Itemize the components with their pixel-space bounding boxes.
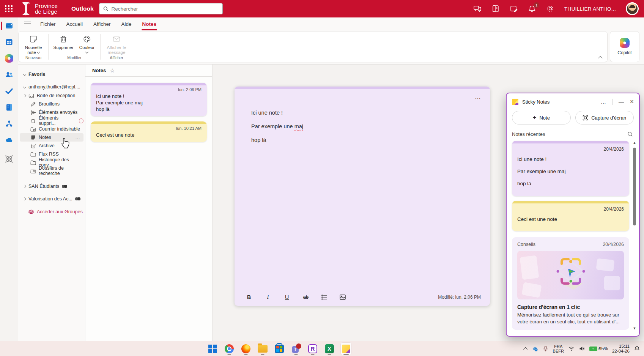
sticky-note-card[interactable]: 20/4/2026 Ceci est une note (512, 201, 629, 231)
rail-org-icon[interactable] (2, 118, 17, 129)
tips-card[interactable]: Conseils 20/4/2026 (512, 237, 629, 330)
start-button[interactable] (207, 342, 218, 355)
tab-afficher[interactable]: Afficher (88, 19, 116, 30)
scroll-down-icon[interactable]: ▼ (632, 326, 637, 330)
ribbon-tab-bar: Fichier Accueil Afficher Aide Notes (0, 17, 644, 30)
scrollbar[interactable]: ▲ ▼ (632, 141, 637, 330)
favorite-star-icon[interactable]: ☆ (110, 67, 115, 74)
user-name[interactable]: THUILLIER ANTHO... (564, 6, 616, 12)
rail-people-icon[interactable] (2, 69, 17, 80)
clock[interactable]: 15:11 22-04-26 (612, 344, 630, 354)
folder-notes[interactable]: Notes … (20, 133, 83, 142)
note-list-item[interactable]: lun. 10:21 AM Ceci est une note (91, 121, 207, 142)
new-sticky-note-button[interactable]: + Note (512, 111, 571, 124)
volume-icon[interactable] (579, 345, 585, 352)
scroll-up-icon[interactable]: ▲ (632, 141, 637, 145)
sticky-menu-icon[interactable]: … (601, 99, 606, 104)
notes-pane-icon[interactable] (510, 5, 518, 13)
rail-onedrive-icon[interactable] (2, 135, 17, 145)
tab-notes[interactable]: Notes (137, 19, 162, 30)
chevron-down-icon (85, 50, 88, 54)
color-button[interactable]: Couleur (76, 34, 98, 55)
search-icon[interactable] (627, 131, 633, 137)
favorites-section[interactable]: Favoris (20, 70, 83, 79)
taskbar-sticky-notes[interactable] (340, 342, 352, 355)
note-color-strip (91, 83, 207, 85)
language-switcher[interactable]: FRA BEFR (553, 344, 564, 353)
sticky-actions: + Note Capture d'écran (507, 110, 639, 128)
sticky-titlebar[interactable]: Sticky Notes … — × (507, 93, 639, 110)
minimize-icon[interactable]: — (619, 99, 624, 104)
bullet-list-icon[interactable] (321, 294, 328, 301)
tray-expand-icon[interactable] (523, 347, 527, 351)
collapse-ribbon-icon[interactable] (598, 56, 602, 60)
taskbar-r-app[interactable]: R (307, 342, 318, 355)
group-valorisation[interactable]: Valorisation des Ac... (20, 194, 83, 203)
tab-fichier[interactable]: Fichier (35, 19, 61, 30)
taskbar-store[interactable] (274, 342, 285, 355)
folder-archive[interactable]: Archive (20, 142, 83, 150)
italic-button[interactable]: I (264, 294, 272, 300)
note-preview-line: Par exemple une maj (96, 99, 202, 106)
hamburger-menu-icon[interactable] (20, 22, 35, 27)
bold-button[interactable]: B (245, 294, 253, 300)
folder-deleted[interactable]: Éléments suppri... (20, 117, 83, 125)
search-input[interactable] (111, 6, 218, 12)
folder-inbox[interactable]: Boîte de réception (20, 91, 83, 100)
folder-drafts[interactable]: Brouillons (20, 100, 83, 108)
chevron-down-icon (23, 73, 26, 76)
wifi-icon[interactable] (568, 345, 575, 352)
underline-button[interactable]: U (283, 294, 291, 300)
user-avatar[interactable] (626, 2, 639, 15)
folder-junk[interactable]: Courrier indésirable (20, 125, 83, 133)
screen-capture-button[interactable]: Capture d'écran (575, 111, 634, 124)
rail-calendar-icon[interactable] (2, 37, 17, 47)
note-editor-content[interactable]: Ici une note ! Par exemple une maj hop l… (235, 89, 490, 144)
folder-more-icon[interactable]: … (75, 135, 80, 140)
note-editor[interactable]: … Ici une note ! Par exemple une maj hop… (235, 87, 490, 306)
rail-more-apps-icon[interactable] (5, 155, 13, 163)
notifications-bell-icon[interactable]: 1 (528, 5, 536, 13)
account-section[interactable]: anthony.thuillier@hepl.... (20, 82, 83, 91)
tab-aide[interactable]: Aide (116, 19, 137, 30)
note-time: lun. 2:06 PM (96, 87, 202, 92)
microphone-tray-icon[interactable] (542, 345, 549, 352)
app-launcher-button[interactable] (0, 0, 17, 17)
scrollbar-thumb[interactable] (633, 148, 636, 225)
notification-center-icon[interactable]: z (634, 345, 640, 352)
delete-note-button[interactable]: Supprimer (51, 34, 76, 55)
note-more-options-icon[interactable]: … (475, 93, 482, 100)
tab-accueil[interactable]: Accueil (61, 19, 88, 30)
folder-search-folders[interactable]: Dossiers de recherche (20, 167, 83, 175)
feedback-chat-icon[interactable] (473, 5, 482, 13)
settings-gear-icon[interactable] (546, 5, 554, 13)
strikethrough-button[interactable]: ab (302, 295, 310, 300)
avatar-image (627, 3, 638, 14)
taskbar-excel[interactable]: X (324, 342, 335, 355)
new-note-button[interactable]: Nouvelle note (21, 34, 46, 55)
taskbar-firefox[interactable] (240, 342, 252, 355)
copilot-button[interactable]: Copilot (610, 31, 639, 62)
rail-todo-icon[interactable] (2, 86, 17, 96)
sticky-note-icon (29, 35, 38, 44)
close-icon[interactable]: × (630, 99, 634, 104)
province-de-liege-logo[interactable]: Province de Liège (17, 2, 61, 16)
insert-image-icon[interactable] (339, 294, 346, 301)
note-line: Ceci est une note (517, 216, 624, 222)
rail-mail-icon[interactable] (2, 20, 17, 31)
search-bar[interactable] (99, 3, 223, 14)
onedrive-tray-icon[interactable] (532, 345, 538, 352)
sticky-notes-window[interactable]: Sticky Notes … — × + Note Capture d'écra… (506, 93, 640, 337)
note-line: Par exemple une maj (517, 169, 624, 174)
note-list-item[interactable]: lun. 2:06 PM Ici une note ! Par exemple … (91, 83, 207, 116)
rail-notebook-icon[interactable] (2, 102, 17, 113)
sticky-note-card[interactable]: 20/4/2026 Ici une note ! Par exemple une… (512, 141, 629, 196)
taskbar-explorer[interactable] (257, 342, 268, 355)
battery-status[interactable]: ⌁ 95% (589, 346, 608, 351)
rail-copilot-icon[interactable] (2, 53, 17, 64)
taskbar-teams[interactable] (290, 342, 302, 355)
group-san-etudiants[interactable]: SAN Étudiants (20, 182, 83, 191)
access-groups-link[interactable]: Accéder aux Groupes (18, 209, 85, 215)
onenote-feed-icon[interactable] (491, 5, 500, 13)
taskbar-chrome[interactable] (224, 342, 235, 355)
